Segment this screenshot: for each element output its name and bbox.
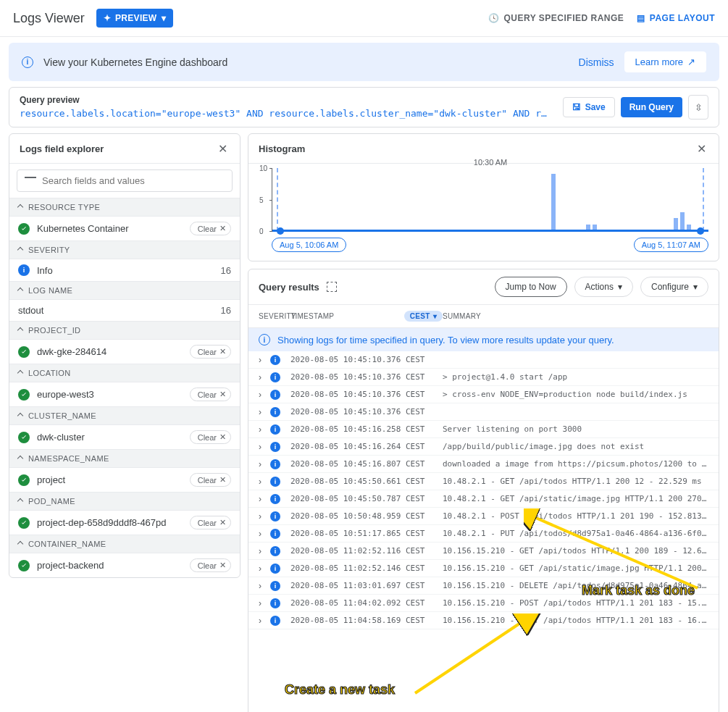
severity-badge[interactable]: i — [270, 616, 280, 626]
jump-to-now-button[interactable]: Jump to Now — [495, 277, 567, 297]
timezone-chip[interactable]: CEST▾ — [404, 311, 443, 322]
cat-project-id[interactable]: PROJECT_ID — [9, 321, 240, 340]
expand-icon[interactable]: › — [259, 390, 270, 400]
page-layout-link[interactable]: ▤ PAGE LAYOUT — [637, 13, 715, 23]
expand-icon[interactable]: › — [259, 564, 270, 574]
item-location[interactable]: europe-west3 Clear✕ — [9, 382, 240, 406]
query-preview-text[interactable]: resource.labels.location="europe-west3" … — [20, 108, 557, 119]
severity-badge[interactable]: i — [270, 372, 280, 382]
severity-badge[interactable]: i — [270, 477, 280, 487]
item-project-id[interactable]: dwk-gke-284614 Clear✕ — [9, 340, 240, 364]
clear-chip[interactable]: Clear✕ — [190, 388, 231, 401]
close-icon[interactable]: ✕ — [215, 141, 230, 156]
fullscreen-icon[interactable] — [327, 282, 337, 292]
severity-badge[interactable]: i — [270, 424, 280, 435]
search-input-wrap[interactable] — [17, 169, 233, 192]
cat-namespace-name[interactable]: NAMESPACE_NAME — [9, 449, 240, 468]
log-row[interactable]: ›i2020-08-05 11:04:02.092 CEST10.156.15.… — [248, 595, 719, 612]
check-icon — [18, 474, 30, 486]
expand-spinner[interactable]: ⇳ — [688, 95, 708, 120]
log-row[interactable]: ›i2020-08-05 10:45:50.661 CEST10.48.2.1 … — [248, 473, 719, 490]
item-container-name[interactable]: project-backend Clear✕ — [9, 553, 240, 577]
item-namespace-name[interactable]: project Clear✕ — [9, 468, 240, 492]
severity-badge[interactable]: i — [270, 511, 280, 522]
log-row[interactable]: ›i2020-08-05 10:50:48.959 CEST10.48.2.1 … — [248, 508, 719, 525]
severity-badge[interactable]: i — [270, 598, 280, 608]
expand-icon[interactable]: › — [259, 372, 270, 382]
severity-badge[interactable]: i — [270, 581, 280, 591]
cat-location[interactable]: LOCATION — [9, 364, 240, 382]
expand-icon[interactable]: › — [259, 511, 270, 522]
log-row[interactable]: ›i2020-08-05 10:45:16.258 CESTServer lis… — [248, 421, 719, 438]
clear-chip[interactable]: Clear✕ — [190, 516, 231, 529]
log-row[interactable]: ›i2020-08-05 10:45:10.376 CEST — [248, 403, 719, 421]
severity-badge[interactable]: i — [270, 494, 280, 504]
log-row[interactable]: ›i2020-08-05 10:45:50.787 CEST10.48.2.1 … — [248, 490, 719, 508]
preview-button[interactable]: ✦ PREVIEW ▾ — [96, 9, 173, 28]
log-row[interactable]: ›i2020-08-05 10:45:10.376 CEST — [248, 351, 719, 369]
log-row[interactable]: ›i2020-08-05 11:03:01.697 CEST10.156.15.… — [248, 577, 719, 595]
expand-icon[interactable]: › — [259, 355, 270, 365]
expand-icon[interactable]: › — [259, 442, 270, 452]
severity-badge[interactable]: i — [270, 407, 280, 417]
log-summary: 10.48.2.1 - GET /api/static/image.jpg HT… — [443, 494, 708, 503]
query-range-link[interactable]: 🕓 QUERY SPECIFIED RANGE — [488, 13, 624, 23]
run-query-button[interactable]: Run Query — [621, 97, 682, 117]
log-row[interactable]: ›i2020-08-05 11:02:52.116 CEST10.156.15.… — [248, 543, 719, 560]
expand-icon[interactable]: › — [259, 477, 270, 487]
item-cluster-name[interactable]: dwk-cluster Clear✕ — [9, 425, 240, 449]
expand-icon[interactable]: › — [259, 598, 270, 608]
clear-chip[interactable]: Clear✕ — [190, 430, 231, 444]
expand-icon[interactable]: › — [259, 407, 270, 417]
expand-icon[interactable]: › — [259, 616, 270, 626]
severity-badge[interactable]: i — [270, 390, 280, 400]
clear-chip[interactable]: Clear✕ — [190, 473, 231, 487]
cat-severity[interactable]: SEVERITY — [9, 240, 240, 259]
query-preview-card: Query preview resource.labels.location="… — [9, 87, 719, 127]
actions-dropdown[interactable]: Actions▾ — [574, 277, 633, 297]
severity-badge[interactable]: i — [270, 442, 280, 452]
clear-chip[interactable]: Clear✕ — [190, 222, 231, 235]
log-summary: 10.156.15.210 - DELETE /api/todos/d8d975… — [443, 581, 708, 590]
cat-pod-name[interactable]: POD_NAME — [9, 492, 240, 511]
item-info[interactable]: i Info 16 — [9, 259, 240, 281]
clear-chip[interactable]: Clear✕ — [190, 558, 231, 572]
log-row[interactable]: ›i2020-08-05 10:51:17.865 CEST10.48.2.1 … — [248, 525, 719, 543]
log-row[interactable]: ›i2020-08-05 10:45:10.376 CEST> cross-en… — [248, 386, 719, 403]
save-button[interactable]: 🖫 Save — [563, 97, 615, 117]
log-row[interactable]: ›i2020-08-05 10:45:16.264 CEST/app/build… — [248, 438, 719, 456]
log-row[interactable]: ›i2020-08-05 11:02:52.146 CEST10.156.15.… — [248, 560, 719, 577]
cat-container-name[interactable]: CONTAINER_NAME — [9, 535, 240, 553]
close-icon[interactable]: ✕ — [694, 141, 708, 156]
severity-badge[interactable]: i — [270, 564, 280, 574]
severity-badge[interactable]: i — [270, 355, 280, 365]
expand-icon[interactable]: › — [259, 494, 270, 504]
item-pod-name[interactable]: project-dep-658d9dddf8-467pd Clear✕ — [9, 511, 240, 535]
item-stdout[interactable]: stdout 16 — [9, 300, 240, 321]
sparkle-icon: ✦ — [104, 13, 111, 23]
severity-badge[interactable]: i — [270, 459, 280, 469]
search-input[interactable] — [42, 175, 225, 186]
clear-chip[interactable]: Clear✕ — [190, 345, 231, 359]
time-start-chip[interactable]: Aug 5, 10:06 AM — [272, 238, 346, 252]
learn-more-button[interactable]: Learn more ↗ — [624, 51, 706, 72]
expand-icon[interactable]: › — [259, 529, 270, 539]
log-row[interactable]: ›i2020-08-05 11:04:58.169 CEST10.156.15.… — [248, 612, 719, 629]
severity-badge[interactable]: i — [270, 546, 280, 556]
expand-icon[interactable]: › — [259, 581, 270, 591]
cat-cluster-name[interactable]: CLUSTER_NAME — [9, 406, 240, 425]
time-end-chip[interactable]: Aug 5, 11:07 AM — [634, 238, 708, 252]
item-kubernetes-container[interactable]: Kubernetes Container Clear✕ — [9, 217, 240, 240]
histogram-chart[interactable]: 10 5 0 10:30 AM — [272, 168, 708, 232]
log-row[interactable]: ›i2020-08-05 10:45:10.376 CEST> project@… — [248, 369, 719, 386]
log-summary: 10.48.2.1 - GET /api/todos HTTP/1.1 200 … — [443, 477, 708, 486]
log-row[interactable]: ›i2020-08-05 10:45:16.807 CESTdownloaded… — [248, 456, 719, 473]
expand-icon[interactable]: › — [259, 459, 270, 469]
severity-badge[interactable]: i — [270, 529, 280, 539]
expand-icon[interactable]: › — [259, 546, 270, 556]
configure-dropdown[interactable]: Configure▾ — [640, 277, 708, 297]
dismiss-link[interactable]: Dismiss — [579, 56, 614, 68]
cat-log-name[interactable]: LOG NAME — [9, 281, 240, 300]
expand-icon[interactable]: › — [259, 424, 270, 435]
cat-resource-type[interactable]: RESOURCE TYPE — [9, 198, 240, 217]
